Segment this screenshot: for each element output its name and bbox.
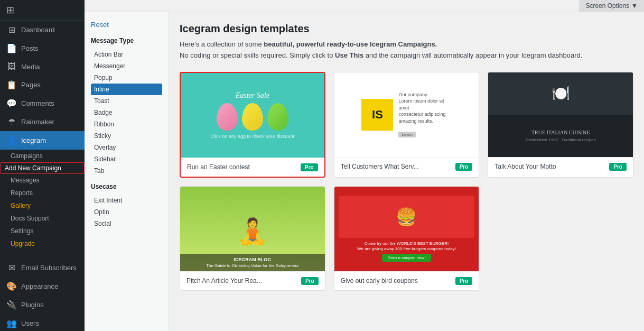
filter-exit-intent[interactable]: Exit Intent <box>91 195 162 206</box>
filter-panel: Reset Message Type Action Bar Messenger … <box>85 12 169 331</box>
sidebar-item-posts[interactable]: 📄 Posts <box>0 39 85 58</box>
sidebar-item-label: Users <box>21 319 39 327</box>
filter-inline[interactable]: Inline <box>91 84 162 95</box>
usecase-label: Usecase <box>91 183 162 190</box>
template-footer-coupon: Give out early bird coupons Pro <box>334 271 479 290</box>
chevron-down-icon: ▼ <box>631 2 638 10</box>
filter-popup[interactable]: Popup <box>91 72 162 84</box>
appearance-icon: 🎨 <box>6 281 17 291</box>
sidebar-sub-settings[interactable]: Settings <box>0 225 85 237</box>
wp-logo-bar: ⊞ <box>0 0 85 21</box>
template-thumbnail-customers: IS Our companyLorem ipsum dolor sit amet… <box>334 72 479 157</box>
pro-badge-customers: Pro <box>455 163 473 171</box>
wp-logo-icon: ⊞ <box>6 4 14 16</box>
sidebar-sub-gallery[interactable]: Gallery <box>0 199 85 212</box>
reset-filter[interactable]: Reset <box>91 21 162 29</box>
pages-icon: 📋 <box>6 80 17 90</box>
posts-icon: 📄 <box>6 43 17 53</box>
pro-badge-easter: Pro <box>301 163 318 171</box>
filter-sticky[interactable]: Sticky <box>91 130 162 142</box>
sidebar-item-comments[interactable]: 💬 Comments <box>0 94 85 113</box>
pro-badge-motto: Pro <box>609 163 627 171</box>
template-name-customers: Tell Customers What Serv... <box>341 163 419 170</box>
sidebar-item-users[interactable]: 👥 Users <box>0 314 85 331</box>
sidebar-item-dashboard[interactable]: ⊞ Dashboard <box>0 21 85 39</box>
template-name-coupon: Give out early bird coupons <box>341 277 418 284</box>
sidebar-item-label: Appearance <box>21 282 58 290</box>
template-card-motto[interactable]: 🍽️ TRUE ITALIAN CUISINE Established 1985… <box>488 72 633 178</box>
template-name-pitch: Pitch An Article Your Rea... <box>186 277 262 284</box>
filter-social[interactable]: Social <box>91 218 162 229</box>
filter-overlay[interactable]: Overlay <box>91 142 162 153</box>
dashboard-icon: ⊞ <box>6 25 17 35</box>
comments-icon: 💬 <box>6 98 17 108</box>
screen-options-button[interactable]: Screen Options ▼ <box>579 0 644 12</box>
content-area: Reset Message Type Action Bar Messenger … <box>85 12 644 331</box>
filter-toast[interactable]: Toast <box>91 95 162 107</box>
template-footer-customers: Tell Customers What Serv... Pro <box>334 157 479 176</box>
sidebar-sub-reports[interactable]: Reports <box>0 187 85 199</box>
template-footer-easter: Run an Easter contest Pro <box>181 158 324 177</box>
template-thumbnail-easter: Easter Sale Click on any egg to check yo… <box>181 73 324 158</box>
sidebar-sub-add-new[interactable]: Add New Campaign <box>0 162 85 174</box>
is-text: Our companyLorem ipsum dolor sit ametcon… <box>398 91 451 138</box>
pro-badge-pitch: Pro <box>301 277 319 285</box>
message-type-label: Message Type <box>91 37 162 44</box>
template-thumbnail-motto: 🍽️ TRUE ITALIAN CUISINE Established 1985… <box>488 72 633 157</box>
template-card-easter[interactable]: Easter Sale Click on any egg to check yo… <box>180 72 325 178</box>
icegram-icon: 👤 <box>6 135 17 145</box>
screen-options-label: Screen Options <box>585 2 629 10</box>
pro-badge-coupon: Pro <box>455 277 473 285</box>
sidebar-sub-campaigns[interactable]: Campaigns <box>0 150 85 162</box>
filter-action-bar[interactable]: Action Bar <box>91 49 162 60</box>
filter-optin[interactable]: Optin <box>91 206 162 218</box>
italian-title: TRUE ITALIAN CUISINE <box>531 130 590 135</box>
coupon-image: 🍔 <box>339 196 475 238</box>
sidebar-item-label: Media <box>21 63 40 71</box>
filter-sidebar[interactable]: Sidebar <box>91 153 162 165</box>
template-card-pitch[interactable]: 🧘 ICEGRAM BLOG The Guide to Obtaining Va… <box>180 186 325 291</box>
sidebar-item-label: Rainmaker <box>21 118 54 126</box>
burger-icon: 🍔 <box>396 207 417 227</box>
pitch-caption: The Guide to Obtaining Value for the Sol… <box>183 263 322 268</box>
sidebar-item-email-subscribers[interactable]: ✉ Email Subscribers <box>0 259 85 277</box>
sidebar-item-pages[interactable]: 📋 Pages <box>0 76 85 94</box>
filter-badge[interactable]: Badge <box>91 107 162 118</box>
template-card-customers[interactable]: IS Our companyLorem ipsum dolor sit amet… <box>334 72 480 178</box>
is-logo: IS <box>361 99 393 131</box>
filter-ribbon[interactable]: Ribbon <box>91 118 162 130</box>
sidebar-item-media[interactable]: 🖼 Media <box>0 58 85 76</box>
sidebar-item-label: Posts <box>21 44 39 52</box>
template-thumbnail-pitch: 🧘 ICEGRAM BLOG The Guide to Obtaining Va… <box>180 187 325 271</box>
media-icon: 🖼 <box>6 62 17 71</box>
sidebar-item-plugins[interactable]: 🔌 Plugins <box>0 296 85 314</box>
template-thumbnail-coupon: 🍔 Come try out the WORLD'S BEST BURGER!W… <box>334 187 479 271</box>
sidebar-item-label: Dashboard <box>21 26 55 34</box>
topbar: Screen Options ▼ <box>85 0 644 12</box>
eggs-row <box>217 103 288 131</box>
rainmaker-icon: ☂ <box>6 117 17 127</box>
coupon-text: Come try out the WORLD'S BEST BURGER!We … <box>357 241 456 252</box>
coupon-cta: Grab a coupon now! <box>382 254 431 262</box>
template-card-coupon[interactable]: 🍔 Come try out the WORLD'S BEST BURGER!W… <box>334 186 480 291</box>
sidebar-item-icegram[interactable]: 👤 Icegram <box>0 131 85 150</box>
sidebar-item-label: Icegram <box>21 136 46 144</box>
sidebar-item-rainmaker[interactable]: ☂ Rainmaker <box>0 113 85 131</box>
easter-title: Easter Sale <box>236 91 269 100</box>
page-description: Here's a collection of some beautiful, p… <box>180 39 633 61</box>
filter-messenger[interactable]: Messenger <box>91 60 162 72</box>
template-name-motto: Talk About Your Motto <box>494 163 556 170</box>
sidebar-item-appearance[interactable]: 🎨 Appearance <box>0 277 85 296</box>
page-title: Icegram design templates <box>180 23 633 35</box>
sidebar: ⊞ ⊞ Dashboard 📄 Posts 🖼 Media 📋 Pages 💬 … <box>0 0 85 331</box>
filter-tab[interactable]: Tab <box>91 165 162 177</box>
easter-caption: Click on any egg to check your discount <box>211 134 295 139</box>
sidebar-sub-upgrade[interactable]: Upgrade <box>0 237 85 250</box>
templates-area: Icegram design templates Here's a collec… <box>169 12 644 331</box>
egg-green <box>267 103 288 131</box>
email-icon: ✉ <box>6 263 17 273</box>
sidebar-sub-messages[interactable]: Messages <box>0 174 85 187</box>
sidebar-sub-docs[interactable]: Docs Support <box>0 212 85 225</box>
pitch-headline: ICEGRAM BLOG <box>183 257 322 262</box>
egg-yellow <box>242 103 263 131</box>
